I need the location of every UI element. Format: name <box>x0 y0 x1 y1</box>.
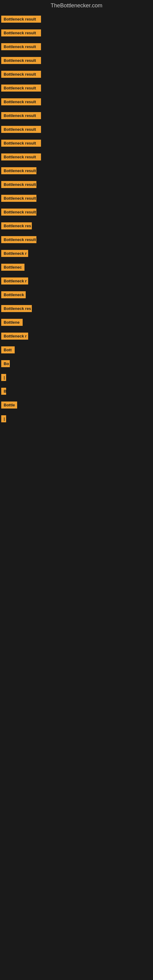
bottleneck-result-label: Bottleneck result <box>1 57 41 64</box>
list-item: Bottleneck result <box>1 43 153 50</box>
list-item: Bottleneck result <box>1 98 153 105</box>
bottleneck-result-label: Bottleneck result <box>1 84 41 92</box>
bottleneck-result-label: Bottleneck <box>1 291 26 298</box>
list-item: Bo <box>1 360 153 367</box>
list-item: | <box>1 415 153 422</box>
bottleneck-result-label: Bottleneck res <box>1 222 32 229</box>
list-item: Bottleneck result <box>1 57 153 64</box>
list-item: Bottle <box>1 401 153 409</box>
bottleneck-result-label: Bottleneck result <box>1 208 37 216</box>
list-item: Bottleneck result <box>1 181 153 188</box>
bottleneck-result-label: Bottleneck r <box>1 277 28 285</box>
bottleneck-result-label: B <box>1 388 6 395</box>
list-item: B <box>1 388 153 395</box>
list-item: Bottleneck <box>1 291 153 298</box>
list-item: Bottleneck result <box>1 140 153 147</box>
bottleneck-result-label: Bottleneck r <box>1 332 28 340</box>
bottleneck-result-label: | <box>1 415 6 422</box>
list-item: Bottleneck result <box>1 84 153 92</box>
bottleneck-result-label: Bottleneck result <box>1 236 37 243</box>
list-item: Bottleneck result <box>1 167 153 174</box>
list-item: Bottleneck r <box>1 277 153 285</box>
list-item: Bottleneck result <box>1 16 153 23</box>
site-title: TheBottlenecker.com <box>0 0 153 10</box>
bottleneck-result-label: | <box>1 374 6 381</box>
bottleneck-result-label: Bottleneck result <box>1 16 41 23</box>
list-item: Bottleneck result <box>1 236 153 243</box>
list-item: Bottlenec <box>1 264 153 271</box>
bottleneck-result-label: Bott <box>1 346 15 353</box>
bottleneck-result-label: Bottleneck result <box>1 112 41 119</box>
bottleneck-result-label: Bottlenec <box>1 264 24 271</box>
bottleneck-result-label: Bottleneck result <box>1 71 41 78</box>
list-item: Bottleneck res <box>1 305 153 312</box>
bottleneck-result-label: Bottleneck res <box>1 305 32 312</box>
bottleneck-result-label: Bottleneck result <box>1 126 41 133</box>
list-item: Bottleneck r <box>1 250 153 257</box>
list-item: Bottleneck r <box>1 332 153 340</box>
list-item: Bott <box>1 346 153 353</box>
bottleneck-result-label: Bottleneck result <box>1 43 41 50</box>
bottleneck-result-label: Bottlene <box>1 319 22 326</box>
bottleneck-result-label: Bottleneck r <box>1 250 28 257</box>
bottleneck-result-label: Bottleneck result <box>1 98 41 105</box>
bottleneck-result-label: Bo <box>1 360 10 367</box>
list-item: Bottleneck result <box>1 29 153 37</box>
bottleneck-result-label: Bottleneck result <box>1 140 41 147</box>
list-item: Bottlene <box>1 319 153 326</box>
list-item: Bottleneck result <box>1 208 153 216</box>
list-item: Bottleneck result <box>1 195 153 202</box>
bottleneck-result-label: Bottleneck result <box>1 167 37 174</box>
list-item: Bottleneck result <box>1 153 153 161</box>
list-item: Bottleneck result <box>1 112 153 119</box>
bottleneck-result-label: Bottleneck result <box>1 153 41 161</box>
list-item: Bottleneck result <box>1 71 153 78</box>
list-item: | <box>1 374 153 381</box>
bottleneck-result-label: Bottleneck result <box>1 181 37 188</box>
bottleneck-result-label: Bottleneck result <box>1 195 37 202</box>
list-item: Bottleneck res <box>1 222 153 229</box>
bottleneck-result-label: Bottle <box>1 401 17 409</box>
bottleneck-result-label: Bottleneck result <box>1 29 41 37</box>
list-item: Bottleneck result <box>1 126 153 133</box>
